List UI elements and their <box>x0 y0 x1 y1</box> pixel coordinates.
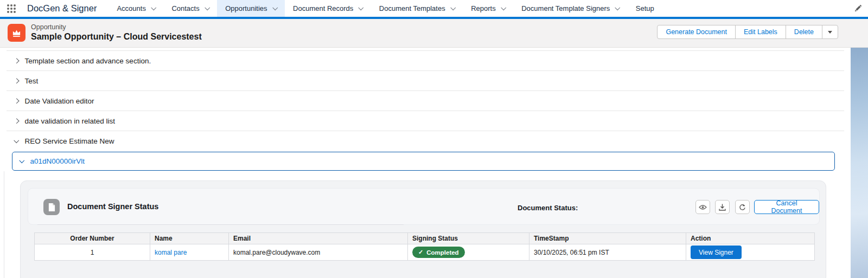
app-launcher-icon[interactable] <box>7 4 17 13</box>
tab-opportunities[interactable]: Opportunities <box>217 0 285 17</box>
scrollbar[interactable] <box>851 48 868 278</box>
section-test[interactable]: Test <box>7 71 844 91</box>
document-status-label: Document Status: <box>518 204 578 212</box>
tab-label: Contacts <box>171 4 199 12</box>
tab-label: Accounts <box>117 4 145 12</box>
section-reo-service-estimate-new[interactable]: REO Service Estimate New <box>7 131 844 151</box>
caret-down-icon <box>828 31 832 34</box>
table-row: 1 komal pare komal.pare@cloudywave.com ✓… <box>35 244 815 261</box>
column-timestamp: TimeStamp <box>529 233 686 244</box>
section-label: Test <box>25 77 39 85</box>
chevron-down-icon <box>205 5 209 10</box>
chevron-down-icon <box>14 138 19 143</box>
record-actions: Generate Document Edit Labels Delete <box>657 25 838 39</box>
cell-timestamp: 30/10/2025, 06:51 pm IST <box>529 244 686 261</box>
chevron-right-icon <box>14 98 19 103</box>
chevron-down-icon <box>615 5 620 10</box>
column-signing-status: Signing Status <box>408 233 529 244</box>
chevron-down-icon <box>151 5 156 10</box>
chevron-right-icon <box>14 118 19 123</box>
app-name: DocGen & Signer <box>27 3 97 14</box>
more-actions-button[interactable] <box>822 25 838 39</box>
column-email: Email <box>229 233 408 244</box>
section-label: Template section and advance section. <box>25 57 151 65</box>
section-label: Date Validation editor <box>25 97 94 105</box>
cancel-document-button[interactable]: Cancel Document <box>754 200 819 214</box>
tab-label: Document Templates <box>379 4 445 12</box>
chevron-down-icon <box>450 5 455 10</box>
tab-document-template-signers[interactable]: Document Template Signers <box>513 0 628 17</box>
section-date-validation-related-list[interactable]: date validation in related list <box>7 111 844 131</box>
delete-button[interactable]: Delete <box>786 25 822 39</box>
tab-document-records[interactable]: Document Records <box>285 0 371 17</box>
record-id-accordion[interactable]: a01dN00000irVlt <box>12 152 835 171</box>
opportunity-icon <box>8 24 25 42</box>
section-label: REO Service Estimate New <box>25 137 114 145</box>
document-signer-status-card: Document Signer Status Document Status: … <box>20 180 826 278</box>
chevron-down-icon <box>272 5 277 10</box>
status-badge-label: Completed <box>426 249 458 256</box>
page-title: Sample Opportunity – Cloud Servicestest <box>31 32 202 42</box>
chevron-down-icon <box>359 5 363 10</box>
edit-labels-button[interactable]: Edit Labels <box>735 25 786 39</box>
cell-order-number: 1 <box>35 244 150 261</box>
entity-label: Opportunity <box>31 23 66 31</box>
tab-label: Document Records <box>293 4 353 12</box>
signer-table: Order Number Name Email Signing Status T… <box>34 232 815 261</box>
cell-email: komal.pare@cloudywave.com <box>229 244 408 261</box>
cell-name: komal pare <box>150 244 229 261</box>
title-divider <box>37 224 404 225</box>
tab-contacts[interactable]: Contacts <box>163 0 217 17</box>
preview-button[interactable] <box>695 200 710 214</box>
chevron-down-icon <box>20 158 24 163</box>
download-button[interactable] <box>715 200 730 214</box>
record-header: Opportunity Sample Opportunity – Cloud S… <box>0 19 868 48</box>
tab-accounts[interactable]: Accounts <box>108 0 163 17</box>
tab-label: Document Template Signers <box>521 4 610 12</box>
tab-reports[interactable]: Reports <box>463 0 513 17</box>
check-icon: ✓ <box>418 249 423 256</box>
signer-name-link[interactable]: komal pare <box>155 249 187 256</box>
tab-label: Reports <box>471 4 496 12</box>
section-label: date validation in related list <box>25 117 116 125</box>
status-badge: ✓Completed <box>412 247 465 258</box>
tab-document-templates[interactable]: Document Templates <box>371 0 463 17</box>
tab-setup[interactable]: Setup <box>628 0 662 17</box>
card-title: Document Signer Status <box>67 202 158 211</box>
column-action: Action <box>686 233 815 244</box>
section-template-and-advance[interactable]: Template section and advance section. <box>7 51 844 71</box>
page: DocGen & Signer Accounts Contacts Opport… <box>0 0 868 278</box>
record-id-label: a01dN00000irVlt <box>30 157 85 165</box>
tab-label: Opportunities <box>225 4 267 12</box>
chevron-down-icon <box>501 5 506 10</box>
generate-document-button[interactable]: Generate Document <box>657 25 736 39</box>
tab-label: Setup <box>636 4 654 12</box>
top-navigation: DocGen & Signer Accounts Contacts Opport… <box>0 0 868 17</box>
document-icon <box>43 199 60 215</box>
chevron-right-icon <box>14 58 19 63</box>
section-date-validation-editor[interactable]: Date Validation editor <box>7 91 844 111</box>
view-signer-button[interactable]: View Signer <box>691 245 742 259</box>
column-name: Name <box>150 233 229 244</box>
card-header: Document Signer Status Document Status: … <box>28 188 820 225</box>
nav-tabs: Accounts Contacts Opportunities Document… <box>108 0 662 17</box>
cell-signing-status: ✓Completed <box>408 244 529 261</box>
accordion-left-border <box>4 171 4 278</box>
pencil-icon[interactable] <box>854 4 862 15</box>
chevron-right-icon <box>14 78 19 83</box>
refresh-button[interactable] <box>735 200 750 214</box>
accordion-sections: Template section and advance section. Te… <box>7 50 844 151</box>
column-order-number: Order Number <box>35 233 150 244</box>
table-header-row: Order Number Name Email Signing Status T… <box>35 233 815 244</box>
cell-action: View Signer <box>686 244 815 261</box>
